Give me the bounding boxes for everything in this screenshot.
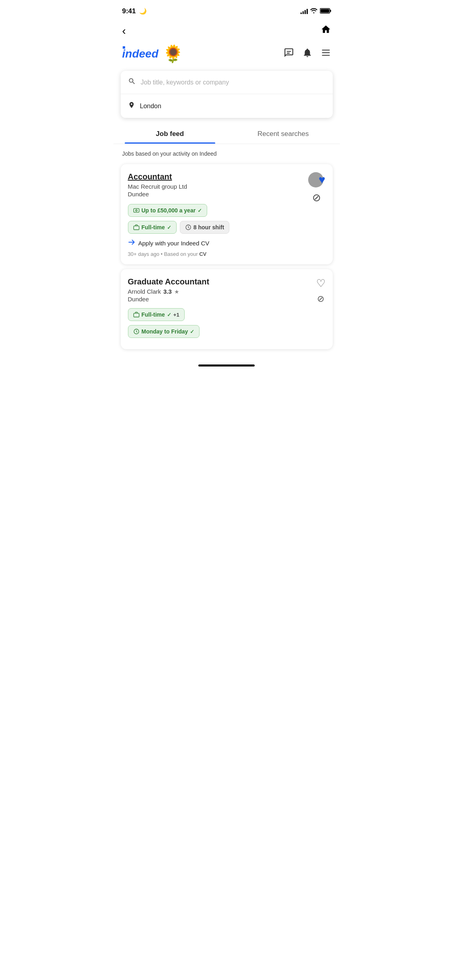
- job-location-1: Dundee: [128, 191, 187, 198]
- location-pin-icon: [128, 101, 135, 111]
- feed-subtitle: Jobs based on your activity on Indeed: [113, 144, 340, 161]
- svg-rect-4: [286, 53, 290, 54]
- back-button[interactable]: ‹: [122, 25, 126, 37]
- message-icon[interactable]: [284, 47, 294, 60]
- salary-tag-label: Up to £50,000 a year: [142, 207, 196, 214]
- job-company-1: Mac Recruit group Ltd: [128, 183, 187, 190]
- svg-rect-6: [322, 52, 330, 53]
- svg-rect-1: [320, 9, 329, 12]
- apply-row-1[interactable]: Apply with your Indeed CV: [128, 239, 325, 248]
- salary-tag-1: Up to £50,000 a year ✓: [128, 204, 208, 217]
- svg-rect-3: [286, 51, 291, 51]
- shift-tag-1: 8 hour shift: [180, 221, 229, 234]
- keyword-search-row[interactable]: Job title, keywords or company: [121, 71, 333, 94]
- company-rating-2: Arnold Clark 3.3 ★: [128, 288, 210, 295]
- job-card-1-actions: ♥ ⊘: [308, 172, 325, 204]
- job-type-label-2: Full-time: [142, 311, 165, 318]
- search-container: Job title, keywords or company London: [121, 71, 333, 118]
- save-heart-icon-1[interactable]: ♥: [319, 173, 325, 186]
- schedule-label-2: Monday to Friday: [142, 328, 188, 335]
- job-type-label-1: Full-time: [142, 224, 165, 231]
- tabs-bar: Job feed Recent searches: [113, 124, 340, 144]
- svg-rect-12: [134, 313, 139, 317]
- home-icon[interactable]: [321, 24, 331, 37]
- job-age-1: 30+ days ago • Based on your: [128, 251, 200, 257]
- svg-rect-8: [134, 208, 139, 212]
- job-location-2: Dundee: [128, 296, 210, 303]
- apply-text-1: Apply with your Indeed CV: [138, 240, 210, 247]
- briefcase-icon-2: [133, 311, 140, 318]
- job-card-2-info: Graduate Accountant Arnold Clark 3.3 ★ D…: [128, 277, 210, 308]
- shift-label-1: 8 hour shift: [194, 224, 224, 231]
- job-type-check-icon-2: ✓: [167, 312, 171, 318]
- job-title-2: Graduate Accountant: [128, 277, 210, 286]
- job-tags-2-schedule: Monday to Friday ✓: [128, 325, 325, 338]
- job-tags-1-salary: Up to £50,000 a year ✓: [128, 204, 325, 217]
- indeed-logo: indeed: [122, 47, 159, 60]
- briefcase-icon: [133, 224, 140, 231]
- status-icons: [301, 8, 331, 15]
- job-meta-1: 30+ days ago • Based on your CV: [128, 251, 325, 257]
- status-time: 9:41: [122, 7, 136, 15]
- moon-icon: 🌙: [139, 8, 147, 14]
- job-type-tag-1: Full-time ✓: [128, 221, 177, 234]
- sunflower-emoji: 🌻: [163, 44, 183, 64]
- wifi-icon: [310, 8, 317, 15]
- clock-icon: [185, 224, 191, 231]
- job-card-2-header: Graduate Accountant Arnold Clark 3.3 ★ D…: [128, 277, 325, 308]
- star-icon-2: ★: [174, 288, 179, 295]
- salary-icon: [133, 207, 140, 214]
- search-icon: [128, 77, 136, 87]
- battery-icon: [320, 8, 331, 15]
- nav-bar: ‹: [113, 20, 340, 41]
- keyword-input[interactable]: Job title, keywords or company: [141, 79, 325, 86]
- not-interested-icon-2[interactable]: ⊘: [317, 294, 324, 304]
- schedule-check-icon-2: ✓: [190, 329, 194, 335]
- header-icons: [284, 47, 331, 60]
- save-heart-icon-2[interactable]: ♡: [316, 277, 325, 290]
- job-card-1-info: Accountant Mac Recruit group Ltd Dundee: [128, 172, 187, 203]
- menu-icon[interactable]: [321, 47, 331, 60]
- job-type-tag-2: Full-time ✓ +1: [128, 308, 185, 321]
- location-search-row[interactable]: London: [121, 94, 333, 118]
- job-card-2[interactable]: Graduate Accountant Arnold Clark 3.3 ★ D…: [121, 269, 333, 349]
- home-indicator: [113, 357, 340, 371]
- logo-text: indeed: [122, 47, 159, 60]
- svg-point-9: [136, 210, 137, 211]
- rating-value-2: 3.3: [163, 288, 172, 295]
- home-bar: [198, 364, 255, 366]
- svg-rect-5: [322, 49, 330, 50]
- salary-check-icon: ✓: [198, 208, 202, 214]
- job-card-2-actions: ♡ ⊘: [316, 277, 325, 304]
- status-bar: 9:41 🌙: [113, 0, 340, 20]
- header-left: indeed 🌻: [122, 44, 183, 64]
- clock-icon-2: [133, 328, 140, 335]
- svg-rect-2: [330, 10, 331, 12]
- job-card-1-header: Accountant Mac Recruit group Ltd Dundee …: [128, 172, 325, 204]
- notification-bell-icon[interactable]: [302, 47, 313, 60]
- not-interested-icon-1[interactable]: ⊘: [312, 191, 321, 204]
- company-name-2: Arnold Clark: [128, 288, 161, 295]
- job-type-check-icon-1: ✓: [167, 224, 171, 231]
- apply-arrow-icon: [128, 239, 135, 248]
- status-time-area: 9:41 🌙: [122, 7, 147, 15]
- tab-job-feed[interactable]: Job feed: [113, 124, 227, 144]
- job-card-1[interactable]: Accountant Mac Recruit group Ltd Dundee …: [121, 164, 333, 264]
- svg-rect-10: [134, 226, 139, 230]
- location-input[interactable]: London: [140, 103, 161, 110]
- save-area-1: ♥: [308, 172, 325, 187]
- job-tags-2-type: Full-time ✓ +1: [128, 308, 325, 321]
- app-header: indeed 🌻: [113, 41, 340, 69]
- cv-label: CV: [199, 251, 206, 257]
- tab-recent-searches[interactable]: Recent searches: [226, 124, 340, 144]
- job-title-1: Accountant: [128, 172, 187, 181]
- signal-icon: [301, 8, 308, 14]
- job-tags-1-type: Full-time ✓ 8 hour shift: [128, 221, 325, 234]
- svg-rect-7: [322, 55, 330, 56]
- schedule-tag-2: Monday to Friday ✓: [128, 325, 200, 338]
- extra-tag-count: +1: [173, 312, 179, 318]
